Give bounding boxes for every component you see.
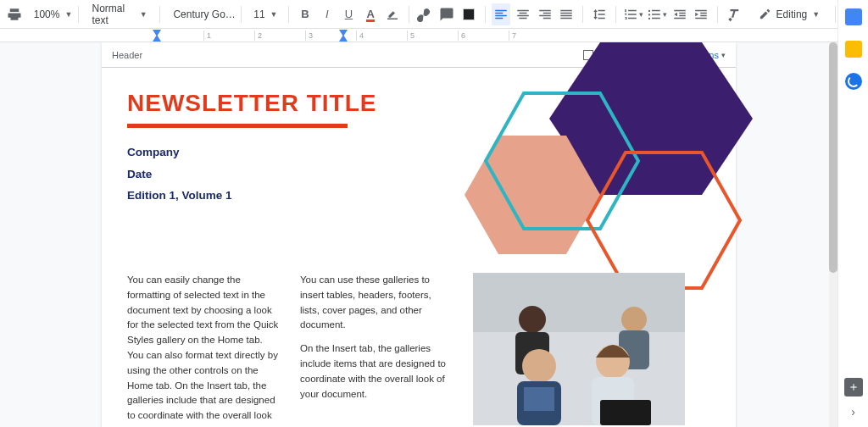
- ruler-tick: 3: [305, 30, 313, 41]
- header-section-bar: Header Different first page Options ▾: [102, 42, 736, 68]
- mode-dropdown[interactable]: Editing ▼: [750, 3, 829, 25]
- svg-point-8: [621, 307, 647, 332]
- separator: [241, 6, 242, 23]
- separator: [717, 6, 718, 23]
- mode-label: Editing: [776, 8, 808, 20]
- line-spacing-button[interactable]: [590, 3, 609, 25]
- clear-formatting-button[interactable]: [725, 3, 743, 25]
- edition-line: Edition 1, Volume 1: [127, 185, 710, 207]
- separator: [485, 6, 486, 23]
- column-1[interactable]: You can easily change the formatting of …: [127, 273, 280, 427]
- date-line: Date: [127, 164, 710, 186]
- meeting-photo-placeholder: [473, 273, 685, 425]
- calendar-icon[interactable]: [845, 8, 862, 25]
- hide-side-panel-button[interactable]: ›: [851, 405, 855, 419]
- ruler-tick: 5: [407, 30, 415, 41]
- font-family-dropdown[interactable]: Century Go… ▼: [166, 3, 233, 25]
- svg-rect-15: [600, 400, 651, 425]
- different-first-page-checkbox[interactable]: Different first page: [583, 50, 675, 60]
- header-options-dropdown[interactable]: Options ▾: [687, 50, 726, 60]
- paragraph-style-dropdown[interactable]: Normal text ▼: [86, 3, 153, 25]
- keep-icon[interactable]: [845, 41, 862, 58]
- ruler-tick: 2: [254, 30, 262, 41]
- svg-rect-12: [524, 387, 554, 411]
- page: Header Different first page Options ▾ NE…: [102, 42, 736, 427]
- align-right-button[interactable]: [536, 3, 554, 25]
- text-color-button[interactable]: A: [361, 3, 380, 25]
- formatting-toolbar: 100% ▼ Normal text ▼ Century Go… ▼ 11 ▼ …: [0, 0, 868, 29]
- align-justify-button[interactable]: [558, 3, 576, 25]
- side-panel: ＋ ›: [837, 0, 868, 427]
- zoom-value: 100%: [34, 8, 60, 20]
- ruler-tick: 7: [509, 30, 516, 41]
- svg-point-6: [519, 306, 546, 333]
- separator: [409, 6, 409, 23]
- separator: [835, 6, 836, 23]
- ruler-tick: 4: [356, 30, 364, 41]
- increase-indent-button[interactable]: [692, 3, 710, 25]
- tab-marker[interactable]: [339, 35, 348, 42]
- pencil-icon: [759, 8, 771, 20]
- numbered-list-button[interactable]: ▾: [623, 3, 643, 25]
- hero-photo[interactable]: [473, 273, 685, 425]
- font-size-dropdown[interactable]: 11 ▼: [248, 3, 281, 25]
- caret-down-icon: ▼: [140, 10, 147, 19]
- vertical-scrollbar[interactable]: [829, 42, 837, 427]
- different-first-page-label: Different first page: [598, 50, 675, 60]
- svg-rect-5: [473, 273, 685, 332]
- newsletter-title[interactable]: NEWSLETTER TITLE: [127, 90, 710, 117]
- svg-point-10: [522, 349, 556, 383]
- ruler-tick: 6: [458, 30, 465, 41]
- caret-down-icon: ▼: [270, 10, 278, 19]
- column-2-text-b: On the Insert tab, the galleries include…: [300, 341, 453, 402]
- tasks-icon[interactable]: [845, 73, 862, 90]
- align-center-button[interactable]: [514, 3, 532, 25]
- bulleted-list-button[interactable]: ▾: [647, 3, 667, 25]
- column-1-text: You can easily change the formatting of …: [127, 273, 280, 427]
- separator: [78, 6, 79, 23]
- insert-image-button[interactable]: [459, 3, 478, 25]
- separator: [288, 6, 289, 23]
- company-line: Company: [127, 141, 710, 164]
- horizontal-ruler[interactable]: 1 2 3 4 5 6 7: [0, 29, 868, 42]
- underline-button[interactable]: U: [340, 3, 359, 25]
- newsletter-meta[interactable]: Company Date Edition 1, Volume 1: [127, 141, 710, 207]
- title-underline: [127, 124, 348, 128]
- insert-link-button[interactable]: [416, 3, 435, 25]
- separator: [159, 6, 160, 23]
- align-left-button[interactable]: [492, 3, 510, 25]
- checkbox-icon: [583, 50, 593, 60]
- ruler-tick: 1: [203, 30, 211, 41]
- bold-button[interactable]: B: [296, 3, 314, 25]
- size-value: 11: [253, 8, 264, 20]
- separator: [615, 6, 616, 23]
- document-body[interactable]: NEWSLETTER TITLE Company Date Edition 1,…: [102, 68, 736, 427]
- column-2-text-a: You can use these galleries to insert ta…: [300, 273, 453, 333]
- scrollbar-thumb[interactable]: [829, 42, 837, 273]
- font-value: Century Go…: [173, 8, 233, 20]
- options-label: Options: [687, 50, 719, 60]
- decrease-indent-button[interactable]: [670, 3, 689, 25]
- print-icon[interactable]: [5, 3, 24, 25]
- left-indent-marker[interactable]: [153, 35, 161, 42]
- header-label: Header: [112, 50, 142, 60]
- insert-comment-button[interactable]: [437, 3, 456, 25]
- add-addon-button[interactable]: ＋: [844, 378, 863, 396]
- body-columns: You can easily change the formatting of …: [127, 273, 710, 427]
- style-value: Normal text: [92, 3, 135, 26]
- italic-button[interactable]: I: [318, 3, 337, 25]
- caret-down-icon: ▼: [812, 10, 820, 19]
- separator: [582, 6, 583, 23]
- caret-down-icon: ▾: [721, 51, 726, 59]
- document-canvas[interactable]: Header Different first page Options ▾ NE…: [0, 42, 837, 427]
- column-2[interactable]: You can use these galleries to insert ta…: [300, 273, 453, 427]
- zoom-dropdown[interactable]: 100% ▼: [27, 3, 71, 25]
- caret-down-icon: ▼: [64, 10, 72, 19]
- highlight-button[interactable]: [383, 3, 402, 25]
